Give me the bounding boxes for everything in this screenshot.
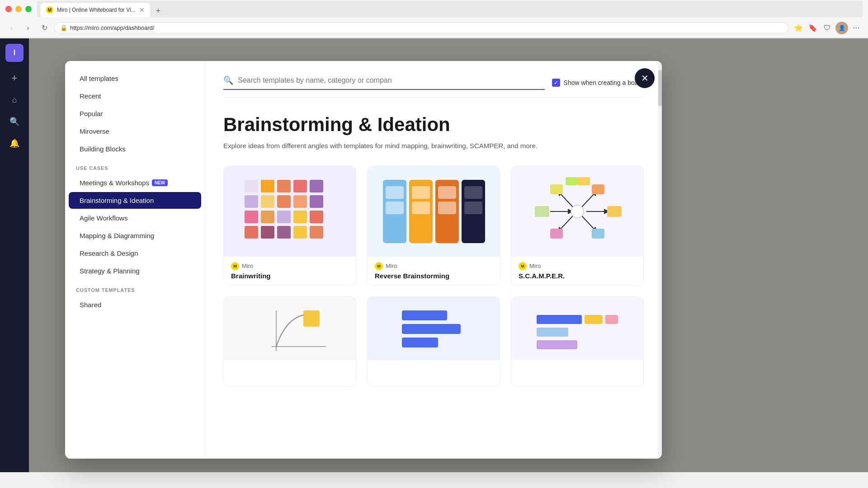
search-icon[interactable]: 🔍 xyxy=(5,113,24,131)
bookmark-btn[interactable]: 🔖 xyxy=(807,22,819,34)
show-when-creating-checkbox[interactable]: ✓ xyxy=(552,79,560,87)
tab-close-btn[interactable]: ✕ xyxy=(139,6,145,14)
scamper-author: M Miro xyxy=(519,262,636,270)
svg-rect-19 xyxy=(310,226,323,239)
scamper-preview xyxy=(523,175,632,248)
sidebar-nav-research-design[interactable]: Research & Design xyxy=(69,245,201,262)
svg-rect-15 xyxy=(245,226,258,239)
brainwriting-info: M Miro Brainwriting xyxy=(224,257,356,285)
scamper-name: S.C.A.M.P.E.R. xyxy=(519,272,636,280)
url-bar[interactable]: 🔒 https://miro.com/app/dashboard/ xyxy=(54,22,788,33)
brainwriting-preview xyxy=(240,175,340,248)
svg-rect-41 xyxy=(550,184,563,194)
svg-rect-25 xyxy=(386,202,404,214)
template-modal: ✕ All templates Recent Popular Miroverse xyxy=(65,61,662,459)
svg-rect-7 xyxy=(277,195,291,208)
svg-rect-54 xyxy=(585,315,603,324)
shield-icon[interactable]: 🛡 xyxy=(821,22,834,34)
template-5-thumb xyxy=(368,297,500,360)
notifications-icon[interactable]: 🔔 xyxy=(5,134,24,152)
svg-rect-29 xyxy=(438,202,456,214)
template-card-5[interactable] xyxy=(367,296,500,387)
sidebar-nav-strategy-planning[interactable]: Strategy & Planning xyxy=(69,263,201,279)
svg-rect-27 xyxy=(412,202,430,214)
search-input[interactable] xyxy=(238,76,545,84)
sidebar-nav-shared[interactable]: Shared xyxy=(69,296,201,313)
svg-rect-52 xyxy=(402,338,438,347)
refresh-button[interactable]: ↻ xyxy=(38,22,51,34)
sidebar-nav-miroverse[interactable]: Miroverse xyxy=(69,123,201,140)
reverse-brainstorming-author: M Miro xyxy=(375,262,492,270)
app-container: I + ⌂ 🔍 🔔 ✕ All templates Recent xyxy=(0,38,868,472)
browser-chrome: ✕ − + M Miro | Online Whiteboard for Vi.… xyxy=(0,0,868,38)
svg-rect-4 xyxy=(310,180,323,192)
back-button[interactable]: ‹ xyxy=(5,22,18,34)
forward-button[interactable]: › xyxy=(22,22,34,34)
sidebar-nav-building-blocks[interactable]: Building Blocks xyxy=(69,141,201,157)
svg-rect-46 xyxy=(577,177,590,185)
modal-main-content: 🔍 ✓ Show when creating a board Brainstor… xyxy=(205,61,662,459)
page-heading: Brainstorming & Ideation xyxy=(223,114,644,136)
sidebar-nav-brainstorming[interactable]: Brainstorming & Ideation xyxy=(69,192,201,209)
svg-rect-12 xyxy=(277,211,291,223)
sidebar-nav-recent[interactable]: Recent xyxy=(69,88,201,104)
svg-rect-1 xyxy=(261,180,274,192)
use-cases-section-label: USE CASES xyxy=(65,158,205,174)
template-grid: M Miro Brainwriting xyxy=(223,166,644,286)
custom-templates-section-label: CUSTOM TEMPLATES xyxy=(65,280,205,296)
template-card-reverse-brainstorming[interactable]: M Miro Reverse Brainstorming xyxy=(367,166,500,286)
new-tab-button[interactable]: + xyxy=(152,5,165,17)
sidebar-nav-all-templates[interactable]: All templates xyxy=(69,70,201,87)
svg-rect-40 xyxy=(607,206,622,217)
template-6-preview xyxy=(532,301,623,356)
svg-rect-47 xyxy=(303,310,320,327)
new-badge: NEW xyxy=(152,179,168,186)
template-card-6[interactable] xyxy=(511,296,644,387)
close-modal-button[interactable]: ✕ xyxy=(635,68,655,88)
svg-rect-18 xyxy=(293,226,307,239)
extensions-btn[interactable]: ⭐ xyxy=(792,22,805,34)
app-sidebar: I + ⌂ 🔍 🔔 xyxy=(0,38,29,472)
svg-rect-44 xyxy=(592,229,604,239)
menu-btn[interactable]: ⋯ xyxy=(850,22,863,34)
maximize-window-btn[interactable]: + xyxy=(25,6,32,12)
tab-favicon: M xyxy=(46,6,53,14)
svg-rect-42 xyxy=(592,184,604,194)
svg-rect-26 xyxy=(412,186,430,199)
svg-line-36 xyxy=(559,216,573,230)
svg-rect-11 xyxy=(261,211,274,223)
browser-actions: ⭐ 🔖 🛡 👤 ⋯ xyxy=(792,22,863,34)
scamper-thumbnail xyxy=(511,166,643,257)
template-card-scamper[interactable]: M Miro S.C.A.M.P.E.R. xyxy=(511,166,644,286)
miro-logo-3: M xyxy=(519,262,527,270)
add-board-icon[interactable]: + xyxy=(5,69,24,87)
svg-rect-14 xyxy=(310,211,323,223)
template-card-brainwriting[interactable]: M Miro Brainwriting xyxy=(223,166,356,286)
sidebar-nav-popular[interactable]: Popular xyxy=(69,105,201,122)
browser-tab[interactable]: M Miro | Online Whiteboard for Vi... ✕ xyxy=(41,3,150,17)
minimize-window-btn[interactable]: − xyxy=(15,6,22,12)
profile-avatar[interactable]: 👤 xyxy=(835,22,848,34)
brainwriting-name: Brainwriting xyxy=(231,272,349,280)
svg-rect-53 xyxy=(537,315,582,324)
bottom-cards-row xyxy=(223,296,644,387)
app-logo[interactable]: I xyxy=(5,44,24,62)
sidebar-nav-mapping-diagramming[interactable]: Mapping & Diagramming xyxy=(69,227,201,244)
reverse-brainstorming-name: Reverse Brainstorming xyxy=(375,272,492,280)
svg-rect-30 xyxy=(464,186,482,199)
sidebar-nav-agile-workflows[interactable]: Agile Workflows xyxy=(69,210,201,226)
home-icon[interactable]: ⌂ xyxy=(5,91,24,109)
address-bar: ‹ › ↻ 🔒 https://miro.com/app/dashboard/ … xyxy=(0,18,868,38)
svg-rect-45 xyxy=(566,177,578,185)
sidebar-nav-meetings-workshops[interactable]: Meetings & Workshops NEW xyxy=(69,174,201,191)
svg-rect-31 xyxy=(464,202,482,214)
template-card-4[interactable] xyxy=(223,296,356,387)
search-container: 🔍 ✓ Show when creating a board xyxy=(223,75,644,98)
svg-rect-10 xyxy=(245,211,258,223)
scrollbar[interactable] xyxy=(658,61,662,459)
close-window-btn[interactable]: ✕ xyxy=(5,6,12,12)
tab-title: Miro | Online Whiteboard for Vi... xyxy=(57,7,136,13)
svg-rect-50 xyxy=(402,310,447,320)
show-checkbox-area: ✓ Show when creating a board xyxy=(552,79,644,87)
brainwriting-thumbnail xyxy=(224,166,356,257)
